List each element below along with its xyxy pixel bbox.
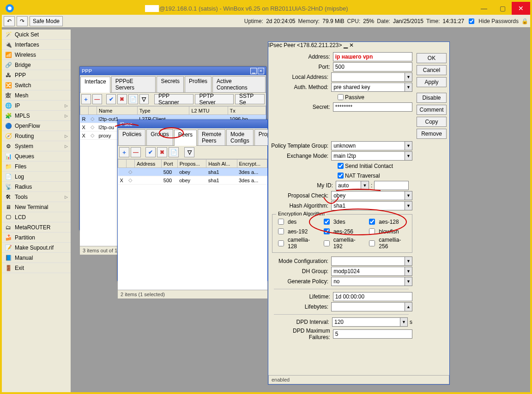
ipsec-window-title[interactable]: IPsec [118,120,267,128]
sidebar-item-ppp[interactable]: 🖧PPP [2,70,71,80]
ppp-minimize-icon[interactable]: ▁ [250,68,257,74]
sidebar-item-log[interactable]: 📄Log [2,172,71,182]
gen-policy-select[interactable] [331,277,405,286]
hash-drop[interactable]: ▼ [405,201,412,210]
exchange-select[interactable] [331,151,405,161]
sidebar-item-ip[interactable]: 🌐IP▷ [2,101,71,111]
ppp-window-title[interactable]: PPP ▁ ✕ [80,67,266,75]
myid-select[interactable] [336,181,361,190]
ipsec-grid[interactable]: AddressPortPropos...Hash Al...Encrypt...… [118,159,267,185]
pptp-server-button[interactable]: PPTP Server [195,94,234,104]
disable-button[interactable]: ✖ [117,94,127,104]
tab-secrets[interactable]: Secrets [157,76,184,92]
address-input[interactable] [333,52,412,61]
enc-camellia256[interactable] [369,240,375,246]
redo-button[interactable]: ↷ [17,16,28,26]
local-address-drop[interactable]: ▼ [405,72,412,82]
send-initial-checkbox[interactable] [338,163,344,169]
window-minimize-button[interactable]: — [475,2,493,15]
enc-camellia192[interactable] [324,240,330,246]
ipsec-remove-button[interactable]: — [131,147,141,157]
enc-blowfish[interactable] [369,228,375,234]
sidebar-item-exit[interactable]: 🚪Exit [2,263,71,273]
proposal-check-select[interactable] [331,191,405,200]
enc-des[interactable] [278,219,284,225]
apply-button[interactable]: Apply [417,77,447,87]
sidebar-item-manual[interactable]: 📘Manual [2,253,71,263]
mode-conf-select[interactable] [331,257,405,266]
tab-peers[interactable]: Peers [174,130,197,146]
hide-passwords-checkbox[interactable] [469,18,474,24]
enc-aes192[interactable] [278,228,284,234]
tab-groups[interactable]: Groups [146,129,173,145]
ipsec-comment-button[interactable]: 📄 [169,147,179,157]
dpd-max-input[interactable] [333,329,412,339]
ipsec-add-button[interactable]: ＋ [119,147,129,157]
table-row[interactable]: X◇500obeysha13des a... [118,176,267,185]
exchange-drop[interactable]: ▼ [405,151,412,161]
safe-mode-button[interactable]: Safe Mode [30,16,63,26]
sidebar-item-switch[interactable]: 🔀Switch [2,80,71,90]
gen-policy-drop[interactable]: ▼ [405,277,412,286]
enc-aes256[interactable] [324,228,330,234]
sidebar-item-mpls[interactable]: 🧩MPLS▷ [2,111,71,121]
table-row[interactable]: ◇500obeysha13des a... [118,168,267,176]
cancel-button[interactable]: Cancel [417,65,447,75]
ptg-select[interactable] [331,141,405,150]
enc-aes128[interactable] [369,219,375,225]
sidebar-item-quick-set[interactable]: 🪄Quick Set [2,30,71,40]
sidebar-item-tools[interactable]: 🛠Tools▷ [2,192,71,202]
ipsec-filter-button[interactable]: ▽ [184,147,194,157]
sidebar-item-lcd[interactable]: 🖵LCD [2,212,71,222]
port-input[interactable] [333,62,412,72]
remove-button[interactable]: — [92,94,102,104]
peer-dialog-title[interactable]: IPsec Peer <178.62.211.223> ▁ ✕ [268,42,449,48]
copy-button[interactable]: Copy [417,117,447,127]
proposal-drop[interactable]: ▼ [405,191,412,200]
secret-input[interactable] [333,102,412,112]
dh-drop[interactable]: ▼ [405,267,412,276]
sidebar-item-partition[interactable]: 🍰Partition [2,233,71,243]
dpd-interval-drop[interactable]: ▼ [400,317,408,327]
window-close-button[interactable]: ✕ [512,2,530,15]
sidebar-item-bridge[interactable]: 🔗Bridge [2,60,71,70]
sidebar-item-queues[interactable]: 📊Queues [2,151,71,161]
sidebar-item-make-supout.rif[interactable]: 📝Make Supout.rif [2,243,71,253]
undo-button[interactable]: ↶ [4,16,15,26]
peer-close-icon[interactable]: ✕ [349,42,354,48]
sidebar-item-system[interactable]: ⚙System▷ [2,141,71,151]
add-button[interactable]: ＋ [81,94,91,104]
tab-active-connections[interactable]: Active Connections [212,76,266,92]
window-maximize-button[interactable]: ▢ [493,2,512,15]
hash-alg-select[interactable] [331,201,405,210]
ppp-close-icon[interactable]: ✕ [258,68,264,74]
tab-remote-peers[interactable]: Remote Peers [198,129,225,145]
mode-conf-drop[interactable]: ▼ [405,257,412,266]
myid-value-input[interactable] [374,181,409,190]
peer-minimize-icon[interactable]: ▁ [344,42,348,48]
peer-comment-button[interactable]: Comment [417,105,447,115]
tab-profiles[interactable]: Profiles [185,76,212,92]
enable-button[interactable]: ✔ [106,94,116,104]
filter-button[interactable]: ▽ [139,94,149,104]
sidebar-item-routing[interactable]: 🧭Routing▷ [2,131,71,141]
dh-select[interactable] [331,267,405,276]
ppp-scanner-button[interactable]: PPP Scanner [154,94,193,104]
nat-traversal-checkbox[interactable] [338,173,344,179]
lifebytes-drop[interactable]: ▲ [405,302,412,311]
sidebar-item-mesh[interactable]: 🕸Mesh [2,90,71,101]
auth-method-drop[interactable]: ▼ [405,83,412,92]
myid-drop[interactable]: ▼ [361,181,369,190]
lifebytes-input[interactable] [331,302,405,311]
lifetime-input[interactable] [333,292,412,301]
sidebar-item-radius[interactable]: 📡Radius [2,182,71,192]
ipsec-disable-button[interactable]: ✖ [157,147,167,157]
tab-pppoe-servers[interactable]: PPPoE Servers [111,76,156,92]
sidebar-item-files[interactable]: 📁Files [2,161,71,172]
disable-button[interactable]: Disable [417,93,447,103]
sidebar-item-new-terminal[interactable]: 🖥New Terminal [2,202,71,212]
auth-method-select[interactable] [331,83,405,92]
peer-remove-button[interactable]: Remove [417,129,447,139]
enc-camellia128[interactable] [278,240,284,246]
sidebar-item-openflow[interactable]: 🔵OpenFlow [2,121,71,131]
